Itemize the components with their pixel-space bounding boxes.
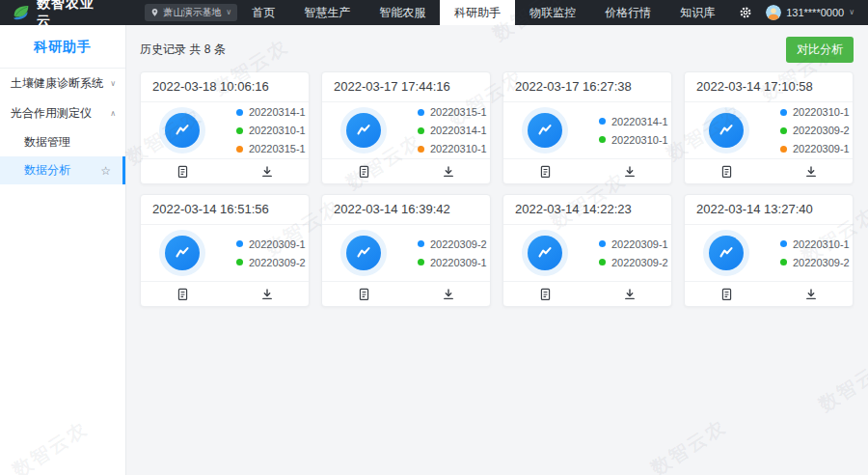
sidebar-item-data-analysis[interactable]: 数据分析☆	[0, 156, 125, 184]
legend-label: 20220309-1	[249, 238, 306, 250]
record-card-footer	[322, 158, 490, 183]
legend-dot	[599, 259, 606, 265]
legend-item: 20220309-2	[418, 238, 487, 250]
legend-dot	[418, 146, 424, 153]
nav-item-iot-monitor[interactable]: 物联监控	[515, 0, 590, 25]
settings-gear-icon[interactable]	[739, 6, 752, 19]
nav-item-smart-production[interactable]: 智慧生产	[289, 0, 365, 25]
chevron-down-icon: ∨	[849, 9, 854, 16]
sidebar-group-photosynthesis-instrument[interactable]: 光合作用测定仪∧	[0, 98, 125, 128]
line-chart-icon	[703, 230, 749, 276]
legend-label: 20220310-1	[430, 143, 487, 154]
main-content: 历史记录 共 8 条 对比分析 2022-03-18 10:06:16 2022…	[126, 25, 868, 475]
report-button[interactable]	[141, 282, 225, 306]
download-button[interactable]	[587, 159, 671, 183]
download-button[interactable]	[225, 159, 309, 183]
download-button[interactable]	[225, 282, 309, 306]
legend-item: 20220315-1	[418, 106, 487, 118]
record-card-footer	[685, 158, 853, 183]
legend-label: 20220315-1	[249, 143, 306, 154]
download-icon	[260, 288, 274, 301]
legend-item: 20220315-1	[236, 143, 306, 154]
download-icon	[623, 165, 637, 179]
top-navbar: 数智农业云 萧山演示基地 ∨ 首页智慧生产智能农服科研助手物联监控价格行情知识库	[0, 0, 868, 25]
legend-label: 20220309-2	[430, 238, 487, 250]
avatar	[766, 5, 781, 20]
report-document-icon	[539, 165, 552, 179]
report-button[interactable]	[322, 159, 406, 183]
sidebar-item-data-management[interactable]: 数据管理	[0, 128, 125, 156]
report-button[interactable]	[685, 159, 769, 183]
legend-dot	[780, 146, 787, 153]
record-card-body: 20220309-220220309-1	[322, 225, 490, 281]
record-card-body: 20220309-120220309-2	[141, 225, 309, 281]
legend-item: 20220310-1	[236, 125, 306, 136]
record-legend: 20220309-120220309-2	[236, 238, 306, 268]
brand: 数智农业云	[12, 0, 95, 30]
legend-dot	[780, 259, 787, 265]
legend-item: 20220309-1	[780, 143, 850, 154]
history-count-label: 历史记录 共 8 条	[140, 42, 226, 58]
report-document-icon	[176, 165, 189, 179]
download-button[interactable]	[406, 159, 490, 183]
report-document-icon	[539, 288, 552, 301]
record-card: 2022-03-14 17:10:58 20220310-120220309-2…	[684, 71, 854, 184]
sidebar-menu: 土壤健康诊断系统∨光合作用测定仪∧数据管理数据分析☆	[0, 69, 125, 184]
legend-item: 20220314-1	[236, 106, 306, 118]
legend-label: 20220314-1	[249, 106, 306, 118]
line-chart-icon	[340, 230, 387, 276]
sidebar-group-label: 土壤健康诊断系统	[11, 75, 103, 92]
record-card: 2022-03-17 16:27:38 20220314-120220310-1	[502, 71, 672, 184]
record-card-body: 20220310-120220309-220220309-1	[685, 102, 853, 158]
legend-dot	[236, 127, 243, 134]
location-value: 萧山演示基地	[163, 6, 222, 19]
record-card: 2022-03-17 17:44:16 20220315-120220314-1…	[321, 71, 491, 184]
line-chart-icon	[522, 230, 568, 276]
legend-dot	[418, 127, 424, 134]
report-button[interactable]	[503, 282, 587, 306]
legend-label: 20220314-1	[430, 125, 487, 136]
line-chart-icon	[340, 107, 387, 154]
record-card-body: 20220310-120220309-2	[685, 225, 853, 281]
username: 131****0000	[786, 7, 844, 18]
record-card-grid: 2022-03-18 10:06:16 20220314-120220310-1…	[140, 71, 854, 307]
report-button[interactable]	[503, 159, 587, 183]
nav-item-research-assistant[interactable]: 科研助手	[440, 0, 515, 25]
nav-item-home[interactable]: 首页	[237, 0, 289, 25]
nav-item-price-quotes[interactable]: 价格行情	[590, 0, 665, 25]
star-icon[interactable]: ☆	[100, 164, 111, 178]
record-legend: 20220315-120220314-120220310-1	[418, 106, 487, 154]
record-card-footer	[141, 158, 309, 183]
download-button[interactable]	[769, 159, 853, 183]
legend-dot	[236, 240, 243, 247]
record-legend: 20220314-120220310-120220315-1	[236, 106, 306, 154]
user-menu[interactable]: 131****0000 ∨	[766, 5, 854, 20]
legend-label: 20220309-2	[611, 257, 668, 268]
download-button[interactable]	[406, 282, 490, 306]
compare-analysis-button[interactable]: 对比分析	[786, 37, 854, 63]
nav-item-knowledge-base[interactable]: 知识库	[665, 0, 729, 25]
sidebar-group-label: 光合作用测定仪	[11, 105, 92, 122]
nav-item-smart-agri-service[interactable]: 智能农服	[365, 0, 440, 25]
record-timestamp: 2022-03-17 16:27:38	[503, 72, 671, 102]
report-button[interactable]	[685, 282, 769, 306]
line-chart-icon	[159, 230, 205, 276]
record-timestamp: 2022-03-14 16:51:56	[141, 195, 309, 225]
download-button[interactable]	[769, 282, 853, 306]
legend-label: 20220310-1	[611, 134, 668, 146]
sidebar-group-soil-health-system[interactable]: 土壤健康诊断系统∨	[0, 69, 125, 98]
download-icon	[804, 165, 818, 179]
legend-item: 20220309-1	[236, 238, 306, 250]
location-select[interactable]: 萧山演示基地 ∨	[145, 4, 237, 21]
layout: 科研助手 土壤健康诊断系统∨光合作用测定仪∧数据管理数据分析☆ 历史记录 共 8…	[0, 25, 868, 475]
download-button[interactable]	[587, 282, 671, 306]
legend-label: 20220310-1	[249, 125, 306, 136]
legend-item: 20220309-2	[780, 257, 850, 268]
report-button[interactable]	[141, 159, 225, 183]
brand-title: 数智农业云	[37, 0, 95, 30]
legend-label: 20220309-1	[611, 238, 668, 250]
report-button[interactable]	[322, 282, 406, 306]
chevron-down-icon: ∨	[110, 79, 116, 88]
report-document-icon	[720, 288, 733, 301]
nav-menu: 首页智慧生产智能农服科研助手物联监控价格行情知识库	[237, 0, 729, 25]
